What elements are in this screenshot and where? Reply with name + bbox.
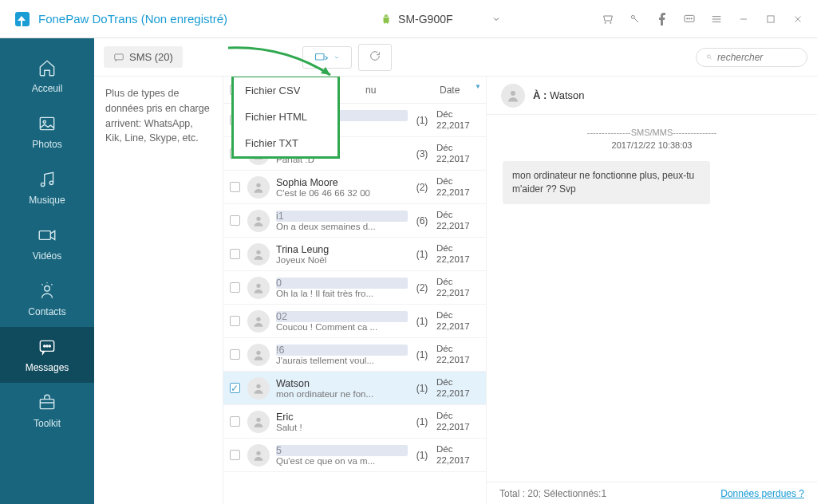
close-icon[interactable] [791,13,804,26]
message-text: Trina LeungJoyeux Noël [270,244,408,265]
refresh-button[interactable] [358,44,392,71]
android-icon [381,14,392,25]
export-button[interactable] [302,46,352,69]
row-checkbox[interactable] [230,450,240,460]
export-icon [314,52,329,63]
svg-point-9 [49,181,53,184]
message-row[interactable]: Sophia MooreC'est le 06 46 66 32 00(2)Dé… [223,171,486,204]
sidebar-label: Musique [29,195,65,206]
cart-icon[interactable] [602,13,614,26]
svg-point-14 [46,345,48,347]
app-logo-icon [13,10,32,29]
message-row[interactable]: Trina LeungJoyeux Noël(1)Déc22,2017 [223,238,486,271]
col-date[interactable]: Date▼ [436,85,486,96]
message-row[interactable]: 0Oh la la ! Il fait très fro...(2)Déc22,… [223,271,486,305]
sort-indicator-icon: ▼ [475,83,481,90]
message-row[interactable]: 02Coucou ! Comment ca ...(1)Déc22,2017 [223,305,486,338]
messages-icon [37,337,57,357]
maximize-icon[interactable] [764,13,777,26]
message-date: Déc22,2017 [436,210,486,232]
message-count: (1) [408,383,436,394]
message-row[interactable]: 5Qu'est ce que on va m...(1)Déc22,2017 [223,439,486,472]
message-text: EricSalut ! [270,411,408,432]
row-checkbox[interactable] [230,316,240,326]
conversation-body: ---------------SMS/MMS--------------- 20… [487,115,817,482]
message-count: (6) [408,215,436,226]
svg-point-27 [256,350,260,354]
sidebar-item-photos[interactable]: Photos [0,104,94,159]
search-icon [706,52,712,62]
svg-point-23 [256,216,260,220]
search-box[interactable] [696,48,807,67]
app-title: FonePaw DoTrans (Non enregistré) [38,12,227,26]
sidebar-label: Contacts [28,306,65,317]
message-row[interactable]: !6J'aurais tellement voul...(1)Déc22,201… [223,338,486,372]
svg-point-19 [707,55,710,58]
message-count: (1) [408,450,436,461]
sidebar-item-videos[interactable]: Vidéos [0,215,94,271]
minimize-icon[interactable] [737,13,750,26]
feedback-icon[interactable] [683,13,696,26]
message-date: Déc22,2017 [436,243,486,266]
export-txt[interactable]: Fichier TXT [234,130,337,156]
message-name: Trina Leung [276,244,408,255]
svg-point-29 [256,417,260,421]
sidebar-item-messages[interactable]: Messages [0,327,94,383]
avatar [247,377,270,400]
message-row[interactable]: i1On a deux semaines d...(6)Déc22,2017 [223,204,486,238]
message-date: Déc22,2017 [436,411,486,433]
message-text: Watsonmon ordinateur ne fon... [270,378,408,399]
sms-divider: ---------------SMS/MMS--------------- [503,128,801,137]
row-checkbox[interactable] [230,215,240,226]
svg-rect-6 [40,117,53,129]
export-html[interactable]: Fichier HTML [234,104,337,130]
message-count: (1) [408,349,436,360]
toolkit-icon [37,392,57,413]
sidebar-item-contacts[interactable]: Contacts [0,271,94,327]
message-text: i1On a deux semaines d... [270,211,408,231]
menu-icon[interactable] [710,13,723,26]
device-selector[interactable]: SM-G900F [371,10,510,29]
message-preview: J'aurais tellement voul... [276,356,408,365]
row-checkbox[interactable] [230,416,240,427]
photo-icon [37,113,57,134]
svg-rect-10 [39,231,50,240]
message-date: Déc22,2017 [436,377,486,400]
svg-point-11 [45,286,50,292]
refresh-icon [369,49,381,62]
sidebar: Acceuil Photos Musique Vidéos Contacts M… [0,38,94,504]
key-icon[interactable] [629,13,641,26]
message-bubble: mon ordinateur ne fonctionne plus, peux-… [503,161,710,204]
search-input[interactable] [717,52,797,63]
message-date: Déc22,2017 [436,176,486,199]
conversation-to: À : Watson [533,89,585,101]
facebook-icon[interactable] [656,13,669,26]
message-name: Sophia Moore [276,177,408,188]
row-checkbox[interactable] [230,182,240,192]
sidebar-item-music[interactable]: Musique [0,159,94,215]
lost-data-link[interactable]: Données perdues ? [720,488,804,499]
avatar [247,411,270,433]
row-checkbox[interactable]: ✓ [230,383,240,393]
message-text: Sophia MooreC'est le 06 46 66 32 00 [270,177,408,198]
export-csv[interactable]: Fichier CSV [234,77,337,104]
avatar [247,344,270,366]
footer: Total : 20; Sélectionnés:1 Données perdu… [487,482,817,504]
sidebar-item-toolkit[interactable]: Toolkit [0,383,94,439]
titlebar-actions [602,13,804,26]
message-preview: Joyeux Noël [276,255,408,265]
message-name: 0 [276,278,408,289]
conversation-header: À : Watson [487,77,817,115]
row-checkbox[interactable] [230,282,240,293]
message-row[interactable]: EricSalut !(1)Déc22,2017 [223,405,486,439]
row-checkbox[interactable] [230,249,240,259]
sidebar-item-home[interactable]: Acceuil [0,48,94,104]
svg-point-8 [41,183,44,186]
row-checkbox[interactable] [230,349,240,360]
svg-point-15 [49,345,50,347]
svg-point-24 [256,250,260,254]
toolbar: SMS (20) [94,38,817,77]
avatar [247,444,270,467]
message-name: !6 [276,345,408,356]
message-row[interactable]: ✓Watsonmon ordinateur ne fon...(1)Déc22,… [223,372,486,405]
